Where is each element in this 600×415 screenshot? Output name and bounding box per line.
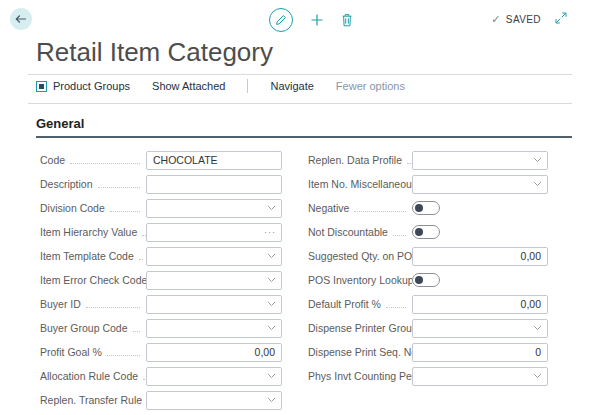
action-item-fewer-options[interactable]: Fewer options: [336, 80, 405, 92]
field-box-buyer-id: [146, 295, 282, 314]
field-box-dispense-print-seq-no: [412, 343, 548, 362]
field-control-replen-data-profile: [412, 151, 548, 170]
field-row-item-error-check-code: Item Error Check Code: [40, 268, 282, 292]
action-bar: Product GroupsShow AttachedNavigateFewer…: [28, 75, 572, 97]
field-input-item-error-check-code[interactable]: [153, 272, 275, 289]
field-input-default-profit[interactable]: [419, 296, 541, 313]
delete-button[interactable]: [341, 13, 353, 27]
field-input-suggested-qty-on-pos[interactable]: [419, 248, 541, 265]
field-input-buyer-group-code[interactable]: [153, 320, 275, 337]
chevron-down-icon[interactable]: [267, 248, 276, 265]
save-status-label: SAVED: [506, 14, 541, 25]
field-input-dispense-printer-group[interactable]: [419, 320, 541, 337]
field-input-replen-transfer-rule[interactable]: [153, 392, 275, 409]
field-control-dispense-print-seq-no: [412, 343, 548, 362]
field-input-description[interactable]: [153, 176, 275, 193]
field-row-division-code: Division Code: [40, 196, 282, 220]
new-button[interactable]: [310, 13, 324, 27]
field-box-item-no-miscellaneous: [412, 175, 548, 194]
toggle-knob: [415, 204, 423, 212]
field-input-profit-goal[interactable]: [153, 344, 275, 361]
chevron-down-icon[interactable]: [267, 272, 276, 289]
action-bar-separator: [247, 79, 248, 93]
field-row-allocation-rule-code: Allocation Rule Code: [40, 364, 282, 388]
field-input-phys-invt-counting-pe[interactable]: [419, 368, 541, 385]
dotted-leader: [354, 211, 406, 212]
field-control-pos-inventory-lookup: [412, 273, 548, 287]
field-control-profit-goal: [146, 343, 282, 362]
chevron-down-icon[interactable]: [267, 320, 276, 337]
dotted-leader: [139, 259, 143, 260]
field-input-replen-data-profile[interactable]: [419, 152, 541, 169]
field-input-dispense-print-seq-no[interactable]: [419, 344, 541, 361]
expand-button[interactable]: [555, 12, 567, 24]
field-control-item-hierarchy-value: ···: [146, 223, 282, 242]
field-row-pos-inventory-lookup: POS Inventory Lookup: [308, 268, 548, 292]
field-control-buyer-id: [146, 295, 282, 314]
field-label-text: Item Hierarchy Value: [40, 226, 137, 238]
field-input-division-code[interactable]: [153, 200, 275, 217]
field-input-item-hierarchy-value[interactable]: [153, 224, 275, 241]
dotted-leader: [70, 163, 140, 164]
chevron-down-icon[interactable]: [533, 368, 542, 385]
field-row-profit-goal: Profit Goal %: [40, 340, 282, 364]
chevron-down-icon[interactable]: [267, 200, 276, 217]
edit-button[interactable]: [269, 8, 293, 32]
action-item-navigate[interactable]: Navigate: [270, 80, 313, 92]
toggle-knob: [415, 276, 423, 284]
field-label-text: POS Inventory Lookup: [308, 274, 412, 286]
form-column-left: CodeDescriptionDivision CodeItem Hierarc…: [40, 148, 282, 412]
field-label-buyer-id: Buyer ID: [40, 298, 146, 311]
field-label-item-template-code: Item Template Code: [40, 250, 146, 263]
field-box-suggested-qty-on-pos: [412, 247, 548, 266]
field-box-item-error-check-code: [146, 271, 282, 290]
action-item-product-groups[interactable]: Product Groups: [36, 80, 130, 92]
field-label-profit-goal: Profit Goal %: [40, 346, 146, 359]
field-label-text: Not Discountable: [308, 226, 388, 238]
chevron-down-icon[interactable]: [267, 392, 276, 409]
command-bar: ✓ SAVED: [0, 0, 600, 36]
action-item-label: Show Attached: [152, 80, 225, 92]
field-input-code[interactable]: [153, 152, 275, 169]
field-box-item-hierarchy-value: ···: [146, 223, 282, 242]
field-row-description: Description: [40, 172, 282, 196]
toggle-not-discountable[interactable]: [412, 225, 440, 239]
field-label-buyer-group-code: Buyer Group Code: [40, 322, 146, 335]
chevron-down-icon[interactable]: [267, 368, 276, 385]
product-groups-icon: [36, 81, 47, 92]
chevron-down-icon[interactable]: [533, 320, 542, 337]
field-label-text: Item No. Miscellaneous: [308, 178, 412, 190]
dotted-leader: [133, 331, 140, 332]
action-item-show-attached[interactable]: Show Attached: [152, 80, 225, 92]
dotted-leader: [86, 307, 140, 308]
field-input-item-no-miscellaneous[interactable]: [419, 176, 541, 193]
field-row-buyer-group-code: Buyer Group Code: [40, 316, 282, 340]
form-column-right: Replen. Data ProfileItem No. Miscellaneo…: [308, 148, 548, 412]
toggle-negative[interactable]: [412, 201, 440, 215]
chevron-down-icon[interactable]: [267, 296, 276, 313]
field-label-text: Item Template Code: [40, 250, 134, 262]
assist-edit-icon[interactable]: ···: [264, 224, 276, 241]
field-label-text: Replen. Transfer Rule ...: [40, 394, 146, 406]
field-box-replen-data-profile: [412, 151, 548, 170]
field-control-suggested-qty-on-pos: [412, 247, 548, 266]
field-label-text: Replen. Data Profile: [308, 154, 402, 166]
chevron-down-icon[interactable]: [533, 152, 542, 169]
field-label-negative: Negative: [308, 202, 412, 215]
field-box-replen-transfer-rule: [146, 391, 282, 410]
trash-icon: [341, 13, 353, 27]
field-label-item-hierarchy-value: Item Hierarchy Value: [40, 226, 146, 239]
back-button[interactable]: [10, 8, 32, 30]
field-label-text: Description: [40, 178, 93, 190]
field-control-default-profit: [412, 295, 548, 314]
field-control-replen-transfer-rule: [146, 391, 282, 410]
chevron-down-icon[interactable]: [533, 176, 542, 193]
field-row-item-template-code: Item Template Code: [40, 244, 282, 268]
field-control-item-template-code: [146, 247, 282, 266]
field-row-dispense-printer-group: Dispense Printer Group: [308, 316, 548, 340]
field-input-allocation-rule-code[interactable]: [153, 368, 275, 385]
field-input-item-template-code[interactable]: [153, 248, 275, 265]
field-control-code: [146, 151, 282, 170]
field-input-buyer-id[interactable]: [153, 296, 275, 313]
toggle-pos-inventory-lookup[interactable]: [412, 273, 440, 287]
